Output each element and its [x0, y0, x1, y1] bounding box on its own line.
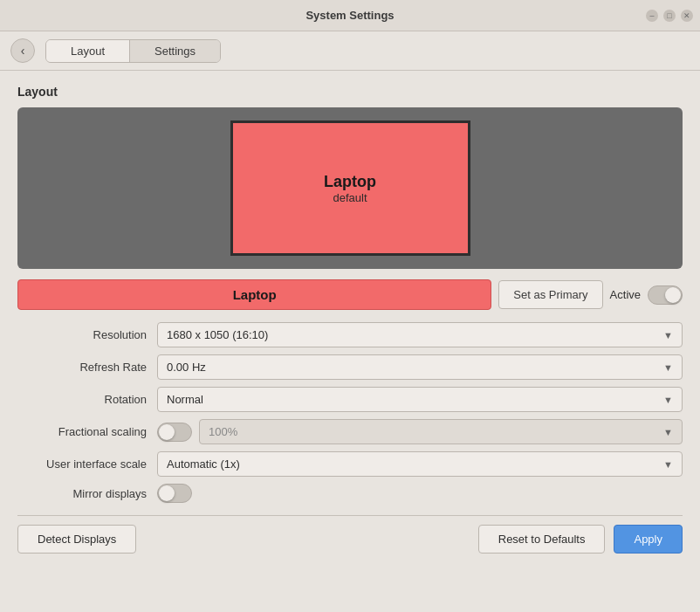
resolution-control: 1680 x 1050 (16:10) ▼ [157, 322, 683, 347]
active-label: Active [610, 288, 641, 301]
mirror-displays-label: Mirror displays [17, 487, 157, 500]
ui-scale-value: Automatic (1x) [167, 457, 240, 471]
resolution-dropdown[interactable]: 1680 x 1050 (16:10) ▼ [157, 322, 683, 347]
scaling-row: 100% ▼ [157, 419, 683, 444]
rotation-arrow-icon: ▼ [663, 395, 673, 405]
titlebar-controls: – □ ✕ [646, 10, 693, 22]
back-icon: ‹ [21, 44, 25, 58]
fractional-scaling-toggle[interactable] [157, 423, 192, 442]
resolution-row: Resolution 1680 x 1050 (16:10) ▼ [17, 322, 683, 347]
tab-layout[interactable]: Layout [46, 40, 130, 62]
header: ‹ Layout Settings [0, 31, 700, 71]
tab-settings[interactable]: Settings [130, 40, 220, 62]
mirror-row: Mirror displays [17, 484, 683, 503]
maximize-button[interactable]: □ [663, 10, 676, 22]
mirror-toggle-knob [159, 485, 175, 501]
resolution-label: Resolution [17, 328, 157, 341]
ui-scale-dropdown[interactable]: Automatic (1x) ▼ [157, 451, 683, 477]
detect-displays-button[interactable]: Detect Displays [17, 525, 136, 554]
rotation-row: Rotation Normal ▼ [17, 387, 683, 412]
fractional-scaling-knob [159, 424, 175, 440]
apply-button[interactable]: Apply [614, 525, 683, 554]
monitor-label: Laptop [324, 173, 376, 191]
rotation-value: Normal [167, 393, 203, 406]
ui-scale-arrow-icon: ▼ [663, 459, 673, 470]
bottom-bar: Detect Displays Reset to Defaults Apply [17, 525, 683, 554]
rotation-dropdown[interactable]: Normal ▼ [157, 387, 683, 412]
refresh-rate-control: 0.00 Hz ▼ [157, 354, 683, 380]
close-button[interactable]: ✕ [681, 10, 693, 22]
fractional-scaling-arrow-icon: ▼ [663, 427, 673, 437]
rotation-control: Normal ▼ [157, 387, 683, 412]
titlebar-title: System Settings [305, 9, 394, 22]
fractional-scaling-row: Fractional scaling 100% ▼ [17, 419, 683, 444]
fractional-scaling-label: Fractional scaling [17, 425, 157, 438]
display-canvas: Laptop default [17, 107, 683, 269]
minimize-button[interactable]: – [646, 10, 658, 22]
refresh-rate-arrow-icon: ▼ [663, 362, 673, 373]
mirror-toggle[interactable] [157, 484, 192, 503]
display-selector-row: Laptop Set as Primary Active [17, 279, 683, 310]
resolution-arrow-icon: ▼ [663, 330, 673, 340]
monitor-sublabel: default [333, 191, 367, 204]
spacer [145, 525, 469, 554]
titlebar: System Settings – □ ✕ [0, 0, 700, 31]
monitor-block[interactable]: Laptop default [230, 120, 470, 256]
display-name-button[interactable]: Laptop [17, 279, 491, 310]
ui-scale-label: User interface scale [17, 457, 157, 471]
fractional-scaling-dropdown: 100% ▼ [199, 419, 683, 444]
active-toggle[interactable] [648, 285, 683, 305]
resolution-value: 1680 x 1050 (16:10) [167, 328, 268, 341]
reset-defaults-button[interactable]: Reset to Defaults [478, 525, 606, 554]
main-content: Layout Laptop default Laptop Set as Prim… [0, 71, 700, 612]
refresh-rate-label: Refresh Rate [17, 361, 157, 374]
refresh-rate-row: Refresh Rate 0.00 Hz ▼ [17, 354, 683, 380]
divider [17, 515, 683, 516]
toggle-knob [665, 287, 681, 303]
refresh-rate-value: 0.00 Hz [167, 361, 206, 374]
ui-scale-control: Automatic (1x) ▼ [157, 451, 683, 477]
ui-scale-row: User interface scale Automatic (1x) ▼ [17, 451, 683, 477]
fractional-scaling-control: 100% ▼ [157, 419, 683, 444]
refresh-rate-dropdown[interactable]: 0.00 Hz ▼ [157, 354, 683, 380]
fractional-scaling-value: 100% [209, 425, 237, 438]
rotation-label: Rotation [17, 393, 157, 406]
back-button[interactable]: ‹ [10, 38, 35, 63]
tab-bar: Layout Settings [45, 39, 221, 63]
section-title: Layout [17, 85, 683, 99]
set-primary-button[interactable]: Set as Primary [498, 280, 602, 309]
